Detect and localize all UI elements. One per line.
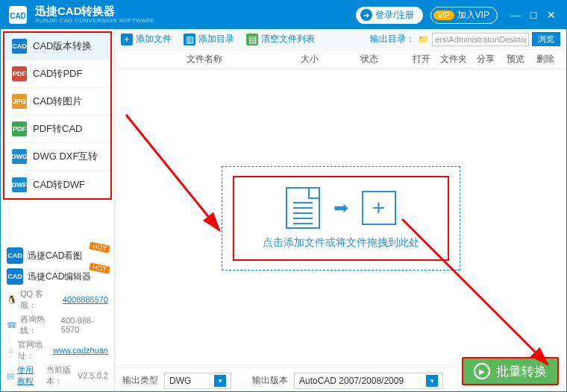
clear-icon: ▤ — [246, 34, 258, 45]
output-dir-label: 输出目录： — [370, 33, 415, 45]
plus-box-icon: + — [362, 191, 396, 225]
drop-text: 点击添加文件或将文件拖拽到此处 — [263, 236, 419, 250]
close-button[interactable]: ✕ — [542, 6, 560, 24]
folder-plus-icon: ▥ — [184, 34, 195, 45]
nav-list: CAD CAD版本转换 PDF CAD转PDF JPG CAD转图片 PDF P… — [3, 31, 112, 200]
th-filename: 文件名称 — [121, 53, 287, 66]
app-title: 迅捷CAD转换器 — [35, 5, 154, 18]
nav-label: CAD转图片 — [33, 95, 82, 108]
cad-icon: CAD — [12, 39, 27, 54]
login-label: 登录/注册 — [375, 9, 413, 22]
contact-qq: 🐧 QQ 客服： 4008885570 — [7, 287, 108, 312]
contact-phone: ☎ 咨询热线： 400-888-5570 — [7, 312, 108, 338]
browse-button[interactable]: 浏览 — [532, 32, 560, 46]
tutorial-link[interactable]: 使用教程 — [17, 364, 40, 387]
drop-zone[interactable]: ➡ + 点击添加文件或将文件拖拽到此处 — [222, 166, 460, 271]
extra-label: 迅捷CAD编辑器 — [28, 271, 91, 283]
nav-label: CAD版本转换 — [33, 39, 92, 53]
nav-cad-to-pdf[interactable]: PDF CAD转PDF — [4, 60, 110, 88]
vip-badge: VIP — [433, 10, 454, 20]
output-dir-input[interactable] — [432, 33, 529, 46]
pdf-icon: PDF — [12, 66, 27, 81]
table-header: 文件名称 大小 状态 打开 文件夹 分享 预览 删除 — [115, 50, 566, 69]
cad-viewer-icon: CAD — [7, 247, 23, 264]
login-arrow-icon: ➜ — [360, 9, 372, 21]
join-vip-button[interactable]: VIP 加入VIP — [430, 7, 498, 24]
book-icon: ▤ — [7, 370, 14, 381]
sidebar: CAD CAD版本转换 PDF CAD转PDF JPG CAD转图片 PDF P… — [1, 29, 115, 392]
nav-label: DWG DXF互转 — [33, 150, 98, 163]
drop-icons: ➡ + — [286, 187, 396, 229]
play-icon: ▶ — [474, 363, 490, 379]
th-open: 打开 — [407, 53, 436, 66]
folder-icon: 📁 — [418, 34, 429, 45]
site-link[interactable]: www.cadzhuan — [53, 346, 108, 355]
main-panel: + 添加文件 ▥ 添加目录 ▤ 清空文件列表 输出目录： 📁 浏览 — [115, 29, 566, 392]
chevron-down-icon: ▾ — [214, 375, 226, 387]
titlebar: CAD 迅捷CAD转换器 XUNJIE CAD CONVERSION SOFTW… — [1, 1, 566, 29]
nav-dwg-dxf-convert[interactable]: DWG DWG DXF互转 — [4, 143, 110, 171]
nav-pdf-to-cad[interactable]: PDF PDF转CAD — [4, 116, 110, 143]
add-file-button[interactable]: + 添加文件 — [121, 33, 172, 45]
th-folder: 文件夹 — [436, 53, 471, 66]
svg-text:CAD: CAD — [10, 12, 26, 20]
vip-label: 加入VIP — [457, 9, 489, 22]
th-share: 分享 — [471, 53, 501, 66]
qq-link[interactable]: 4008885570 — [63, 295, 108, 304]
contact-version: ▤ 使用教程 当前版本： V2.5.0.2 — [7, 363, 108, 388]
pdf-green-icon: PDF — [12, 121, 27, 136]
output-type-label: 输出类型 — [122, 374, 158, 387]
jpg-icon: JPG — [12, 94, 27, 109]
app-logo-icon: CAD — [7, 4, 29, 26]
qq-icon: 🐧 — [7, 294, 17, 305]
output-version-select[interactable]: AutoCAD 2007/2008/2009 ▾ — [294, 373, 443, 389]
dwf-icon: DWF — [12, 177, 27, 192]
nav-label: CAD转DWF — [33, 178, 85, 192]
maximize-button[interactable]: □ — [524, 6, 542, 24]
minimize-button[interactable]: — — [507, 6, 524, 24]
output-version-label: 输出版本 — [252, 374, 288, 387]
batch-convert-button[interactable]: ▶ 批量转换 — [462, 357, 559, 385]
th-preview: 预览 — [501, 53, 530, 66]
extra-cad-editor[interactable]: CAD 迅捷CAD编辑器 HOT — [7, 266, 108, 287]
login-register-button[interactable]: ➜ 登录/注册 — [356, 7, 422, 24]
sidebar-extras: CAD 迅捷CAD看图 HOT CAD 迅捷CAD编辑器 HOT 🐧 QQ 客服… — [1, 245, 114, 392]
contact-site: ⌂ 官网地址： www.cadzhuan — [7, 338, 108, 363]
extra-label: 迅捷CAD看图 — [28, 250, 82, 262]
nav-cad-to-dwf[interactable]: DWF CAD转DWF — [4, 171, 110, 198]
add-folder-button[interactable]: ▥ 添加目录 — [184, 33, 234, 45]
clear-list-button[interactable]: ▤ 清空文件列表 — [246, 33, 315, 45]
app-subtitle: XUNJIE CAD CONVERSION SOFTWARE — [35, 18, 154, 25]
output-type-select[interactable]: DWG ▾ — [164, 373, 231, 389]
document-icon — [286, 187, 320, 229]
arrow-right-icon: ➡ — [333, 197, 348, 218]
dwg-icon: DWG — [12, 149, 27, 164]
home-icon: ⌂ — [7, 345, 15, 355]
nav-label: CAD转PDF — [33, 67, 82, 80]
th-delete: 删除 — [530, 53, 560, 66]
toolbar: + 添加文件 ▥ 添加目录 ▤ 清空文件列表 输出目录： 📁 浏览 — [115, 29, 566, 50]
cad-editor-icon: CAD — [7, 268, 23, 285]
chevron-down-icon: ▾ — [426, 375, 438, 387]
nav-cad-version-convert[interactable]: CAD CAD版本转换 — [4, 33, 110, 60]
nav-label: PDF转CAD — [33, 122, 82, 136]
th-size: 大小 — [287, 53, 332, 66]
phone-icon: ☎ — [7, 320, 17, 330]
nav-cad-to-image[interactable]: JPG CAD转图片 — [4, 88, 110, 116]
th-status: 状态 — [332, 53, 407, 66]
plus-icon: + — [121, 34, 133, 45]
